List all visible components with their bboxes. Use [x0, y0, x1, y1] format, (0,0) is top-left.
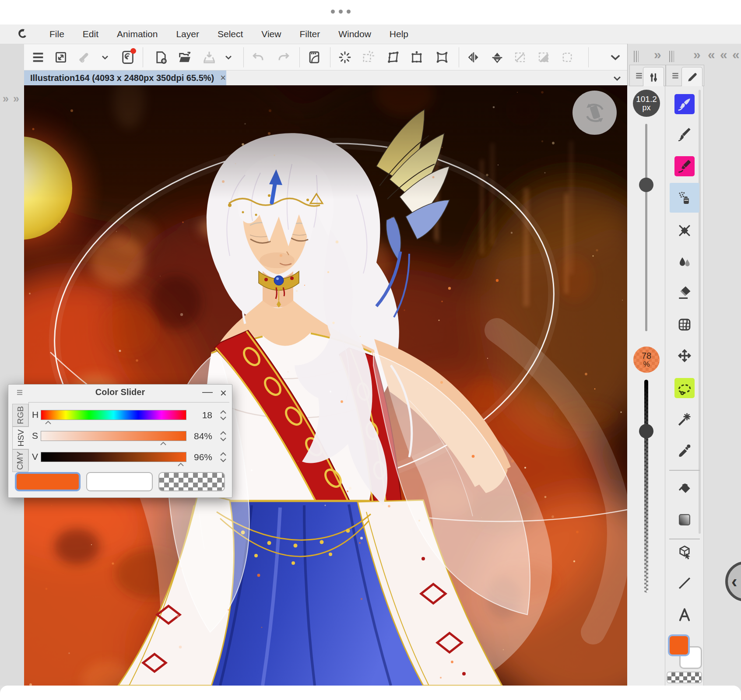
value-stepper[interactable]: [219, 451, 227, 463]
rotate-canvas-button[interactable]: [572, 91, 617, 135]
tool-line[interactable]: [674, 573, 695, 593]
h-gradient-bar[interactable]: [41, 410, 186, 420]
flip-horizontal-icon: [466, 50, 481, 65]
flip-horizontal-button[interactable]: [464, 48, 483, 66]
v-gradient-bar[interactable]: [41, 452, 186, 462]
menu-select[interactable]: Select: [208, 26, 252, 42]
tool-airbrush[interactable]: [674, 188, 695, 208]
open-file-button[interactable]: [176, 48, 194, 66]
tool-move-layer[interactable]: [674, 346, 695, 366]
tool-marker[interactable]: [674, 156, 695, 176]
value-stepper[interactable]: [219, 430, 227, 442]
close-button[interactable]: ×: [220, 386, 227, 400]
notification-dot: [130, 48, 136, 54]
tool-liquify[interactable]: [674, 315, 695, 335]
opacity-badge[interactable]: 78 %: [633, 346, 660, 373]
fill-icon: [676, 480, 693, 497]
tab-tool-property[interactable]: [643, 67, 664, 87]
tool-eyedropper[interactable]: [674, 441, 695, 461]
tool-property-panel-header: [629, 65, 666, 86]
tool-lasso[interactable]: [674, 378, 695, 398]
slider-row-h: H18: [8, 410, 232, 420]
minimize-button[interactable]: —: [202, 385, 213, 398]
panel-menu-icon[interactable]: [670, 71, 681, 80]
close-tab-icon[interactable]: ×: [220, 72, 226, 84]
color-slider-dialog: Color Slider — × RGBHSVCMY H18S84%V96%: [8, 384, 232, 498]
slider-caret[interactable]: [160, 441, 167, 445]
transparent-swatch[interactable]: [158, 472, 225, 491]
current-color-swatch[interactable]: [15, 472, 81, 491]
menu-view[interactable]: View: [252, 26, 290, 42]
tab-sub-tool[interactable]: [681, 67, 702, 87]
multitask-dots-button[interactable]: [331, 10, 351, 14]
new-canvas-button[interactable]: [152, 48, 170, 66]
eraser-icon: [676, 284, 693, 301]
transparent-color-swatch[interactable]: [667, 672, 702, 683]
free-transform-button[interactable]: [384, 48, 402, 66]
menu-file[interactable]: File: [40, 26, 74, 42]
move-layer-icon: [676, 347, 693, 364]
tablet-bottom-bar: [0, 686, 741, 700]
collapse-left-icon[interactable]: «: [720, 47, 727, 62]
tool-fill[interactable]: [674, 479, 695, 499]
brush-size-slider-thumb[interactable]: [639, 178, 653, 192]
brush-size-badge[interactable]: 101.2 px: [633, 90, 660, 117]
toggle-fullscreen-icon: [53, 50, 68, 65]
opacity-slider-thumb[interactable]: [639, 424, 653, 438]
menu-animation[interactable]: Animation: [108, 26, 167, 42]
menu-filter[interactable]: Filter: [290, 26, 329, 42]
toolbar-expand-button[interactable]: [606, 48, 625, 66]
menu-window[interactable]: Window: [329, 26, 380, 42]
tool-brush[interactable]: [674, 94, 695, 114]
toolbar-expand-icon: [608, 50, 623, 65]
slider-caret[interactable]: [45, 420, 52, 424]
sub-tool-scrollbar[interactable]: [699, 90, 701, 534]
tool-object[interactable]: [674, 542, 695, 562]
main-color-swatch[interactable]: [668, 634, 690, 656]
expand-left-panel-icon[interactable]: »: [3, 92, 8, 105]
toggle-fullscreen-button[interactable]: [52, 48, 70, 66]
clip-studio-home-button[interactable]: [119, 48, 137, 66]
mesh-transform-button[interactable]: [433, 48, 451, 66]
panel-drag-handle[interactable]: [669, 51, 674, 62]
dialog-title-bar[interactable]: Color Slider — ×: [8, 385, 232, 400]
menu-edit[interactable]: Edit: [74, 26, 108, 42]
s-gradient-bar[interactable]: [41, 431, 186, 441]
select-area-button[interactable]: [336, 48, 354, 66]
expand-right-icon[interactable]: »: [654, 47, 661, 62]
scale-rotate-button[interactable]: [407, 48, 426, 66]
opacity-slider[interactable]: [644, 380, 648, 593]
tool-ink-pen[interactable]: [674, 125, 695, 145]
current-tool-dropdown-button[interactable]: [96, 48, 114, 66]
panel-drag-handle[interactable]: [634, 51, 639, 62]
toolbar-separator: [243, 47, 244, 67]
sub-color-swatch[interactable]: [86, 472, 153, 491]
value-stepper[interactable]: [219, 409, 227, 421]
decoration-icon: [676, 222, 693, 239]
liquify-icon: [676, 316, 693, 333]
flip-vertical-button[interactable]: [488, 48, 506, 66]
menu-layer[interactable]: Layer: [167, 26, 208, 42]
toolbar-separator: [299, 47, 300, 67]
slider-caret[interactable]: [177, 462, 184, 466]
tool-blend[interactable]: [674, 252, 695, 273]
dialog-frame: [28, 402, 229, 402]
tool-decoration[interactable]: [674, 220, 695, 241]
tool-auto-select[interactable]: [674, 409, 695, 429]
brush-size-slider[interactable]: [645, 124, 647, 331]
collapse-left-icon[interactable]: «: [732, 47, 740, 62]
collapse-left-icon[interactable]: «: [708, 47, 715, 62]
sliders-icon: [647, 71, 660, 84]
crop-selection-icon: [560, 50, 575, 65]
tool-eraser[interactable]: [674, 282, 695, 302]
save-dropdown-button[interactable]: [219, 48, 238, 66]
document-tab[interactable]: Illustration164 (4093 x 2480px 350dpi 65…: [24, 70, 226, 85]
menu-help[interactable]: Help: [380, 26, 418, 42]
tool-text[interactable]: [674, 605, 695, 625]
main-menu-button[interactable]: [29, 48, 47, 66]
snap-to-ruler-button[interactable]: [305, 48, 323, 66]
expand-left-panel-icon[interactable]: »: [13, 92, 18, 105]
expand-right-icon[interactable]: »: [693, 47, 701, 62]
tool-gradient[interactable]: [674, 510, 695, 530]
tab-list-chevron-icon[interactable]: [611, 72, 624, 85]
